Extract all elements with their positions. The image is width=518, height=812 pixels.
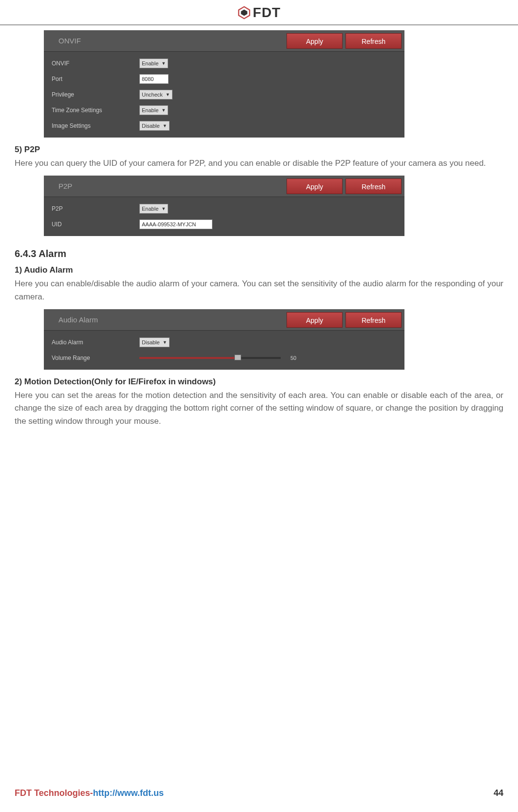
privilege-select[interactable]: Uncheck ▼	[139, 90, 173, 99]
fdt-logo-icon	[237, 6, 251, 20]
onvif-row: ONVIF Enable ▼	[44, 56, 404, 71]
footer-page-number: 44	[494, 788, 503, 798]
footer-link[interactable]: http://www.fdt.us	[93, 788, 164, 798]
p2p-panel: P2P Apply Refresh P2P Enable ▼ UID AAAA-…	[44, 176, 404, 236]
panel-header: Audio Alarm Apply Refresh	[44, 309, 404, 331]
section-1-heading: 1) Audio Alarm	[15, 265, 503, 275]
apply-button[interactable]: Apply	[287, 312, 343, 328]
panel-title: Audio Alarm	[44, 316, 287, 324]
apply-button[interactable]: Apply	[287, 33, 343, 49]
row-label: Audio Alarm	[52, 339, 139, 346]
section-643-heading: 6.4.3 Alarm	[15, 248, 503, 259]
row-label: Time Zone Settings	[52, 107, 139, 114]
section-2-heading: 2) Motion Detection(Only for IE/Firefox …	[15, 377, 503, 387]
select-value: Disable	[142, 123, 160, 129]
refresh-button[interactable]: Refresh	[345, 33, 402, 49]
slider-handle[interactable]	[234, 355, 241, 360]
volume-range-row: Volume Range 50	[44, 350, 404, 366]
section-5-text: Here you can query the UID of your camer…	[15, 157, 503, 170]
p2p-select[interactable]: Enable ▼	[139, 204, 168, 214]
select-value: Enable	[142, 60, 158, 66]
footer: FDT Technologies-http://www.fdt.us 44	[15, 788, 503, 798]
timezone-select[interactable]: Enable ▼	[139, 105, 168, 115]
audio-alarm-row: Audio Alarm Disable ▼	[44, 335, 404, 350]
image-row: Image Settings Disable ▼	[44, 118, 404, 134]
row-label: Port	[52, 76, 139, 82]
chevron-down-icon: ▼	[161, 61, 166, 66]
section-5-heading: 5) P2P	[15, 145, 503, 155]
panel-header: ONVIF Apply Refresh	[44, 30, 404, 52]
panel-title: P2P	[44, 182, 287, 190]
chevron-down-icon: ▼	[163, 340, 167, 345]
panel-title: ONVIF	[44, 37, 287, 45]
row-label: Image Settings	[52, 122, 139, 129]
header-divider	[0, 24, 518, 25]
audio-alarm-select[interactable]: Disable ▼	[139, 337, 170, 347]
audio-alarm-panel: Audio Alarm Apply Refresh Audio Alarm Di…	[44, 309, 404, 370]
select-value: Disable	[142, 339, 160, 345]
onvif-panel: ONVIF Apply Refresh ONVIF Enable ▼ Port …	[44, 30, 404, 138]
refresh-button[interactable]: Refresh	[345, 178, 402, 194]
apply-button[interactable]: Apply	[287, 178, 343, 194]
row-label: Volume Range	[52, 355, 139, 361]
footer-company: FDT Technologies-	[15, 788, 93, 798]
row-label: Privilege	[52, 91, 139, 98]
chevron-down-icon: ▼	[161, 206, 166, 211]
onvif-select[interactable]: Enable ▼	[139, 59, 168, 68]
brand-text: FDT	[253, 5, 281, 20]
privilege-row: Privilege Uncheck ▼	[44, 87, 404, 102]
chevron-down-icon: ▼	[163, 123, 167, 128]
uid-row: UID AAAA-099532-MYJCN	[44, 217, 404, 232]
chevron-down-icon: ▼	[166, 92, 170, 97]
timezone-row: Time Zone Settings Enable ▼	[44, 102, 404, 118]
slider-track-remainder	[237, 357, 281, 359]
port-row: Port 8080	[44, 71, 404, 87]
port-input[interactable]: 8080	[139, 74, 169, 84]
volume-slider[interactable]	[139, 357, 237, 359]
section-1-text: Here you can enable/disable the audio al…	[15, 277, 503, 303]
row-label: UID	[52, 221, 139, 228]
row-label: ONVIF	[52, 60, 139, 67]
select-value: Uncheck	[142, 92, 163, 98]
image-select[interactable]: Disable ▼	[139, 121, 170, 131]
p2p-row: P2P Enable ▼	[44, 201, 404, 217]
svg-marker-1	[241, 9, 247, 16]
section-2-text: Here you can set the areas for the motio…	[15, 389, 503, 428]
refresh-button[interactable]: Refresh	[345, 312, 402, 328]
select-value: Enable	[142, 107, 158, 113]
uid-input[interactable]: AAAA-099532-MYJCN	[139, 219, 212, 229]
header-logo: FDT	[15, 0, 503, 24]
select-value: Enable	[142, 206, 158, 212]
chevron-down-icon: ▼	[161, 108, 166, 113]
row-label: P2P	[52, 205, 139, 212]
slider-value: 50	[290, 355, 296, 361]
panel-header: P2P Apply Refresh	[44, 176, 404, 197]
